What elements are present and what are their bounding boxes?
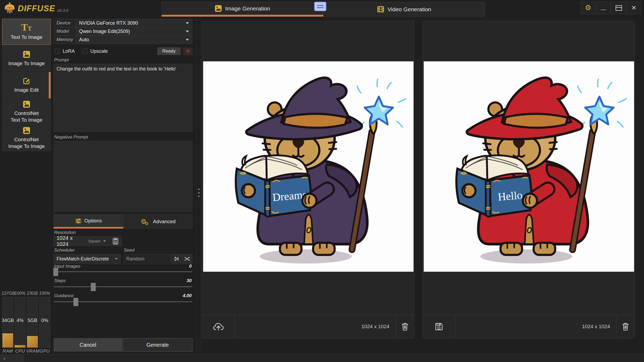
randomize-seed-button[interactable]	[182, 254, 192, 264]
close-button[interactable]: ✕	[627, 2, 641, 14]
model-label: Model	[54, 27, 76, 36]
monitor-max: 100%	[39, 291, 51, 296]
monitor-max: 127GB	[2, 291, 14, 296]
slider-thumb[interactable]	[73, 298, 78, 306]
monitor-max: 23GB	[26, 291, 38, 296]
skip-end-icon	[174, 256, 179, 261]
maximize-button[interactable]	[611, 2, 626, 14]
edit-icon	[23, 77, 30, 85]
output-image-panel: Hello 1024 x 1024	[423, 21, 635, 338]
magic-star	[578, 79, 626, 129]
upscale-checkbox[interactable]	[82, 48, 88, 54]
sidebar-item-image-to-image[interactable]: Image To Image	[2, 46, 51, 71]
image-icon	[23, 100, 30, 108]
gear-icon: ⚙	[585, 4, 591, 12]
reuse-seed-button[interactable]	[172, 254, 181, 264]
device-select[interactable]: NVIDIA GeForce RTX 3090	[76, 19, 192, 27]
tab-label: Options	[84, 218, 102, 224]
gpu-value: 0%	[20, 318, 69, 323]
trash-icon	[622, 323, 629, 331]
output-image[interactable]: Hello	[424, 61, 634, 272]
slider-thumb[interactable]	[53, 268, 58, 276]
app-window: DIFFUSE v0.3.0 Image Generation	[0, 0, 644, 362]
sidebar-item-image-edit[interactable]: Image Edit	[2, 72, 51, 99]
image-icon	[215, 5, 222, 12]
input-image[interactable]: Dreams	[203, 61, 414, 272]
image-icon	[23, 51, 30, 58]
model-select[interactable]: Qwen Image Edit(2509)	[76, 27, 192, 36]
chevron-down-icon	[115, 258, 118, 260]
book-title: Hello	[497, 189, 523, 203]
upload-image-button[interactable]	[202, 315, 235, 338]
sidebar-item-label: Image Edit	[14, 87, 39, 94]
seed-label: Seed	[124, 248, 135, 253]
sidebar-item-label: Text To Image	[11, 34, 42, 41]
sidebar-item-controlnet-text-to-image[interactable]: ControlNetText To Image	[2, 99, 51, 125]
sidebar-item-controlnet-image-to-image[interactable]: ControlNetImage To Image	[2, 125, 51, 151]
resolution-select[interactable]: 1024 x 1024 Square	[54, 236, 109, 246]
gpu-label: GPU	[39, 349, 51, 354]
status-badge: Ready	[157, 47, 181, 55]
sidebar-item-label: Image To Image	[8, 60, 45, 67]
shuffle-icon	[184, 256, 190, 261]
gears-icon: ⚙⚙	[141, 218, 150, 225]
output-image-size: 1024 x 1024	[582, 315, 616, 338]
input-image-panel: Dreams 1024 x 1024	[202, 21, 414, 338]
sidebar-item-label: ControlNetText To Image	[11, 110, 42, 123]
minimize-button[interactable]: —	[596, 2, 611, 14]
clear-input-image-button[interactable]	[396, 315, 414, 338]
titlebar: DIFFUSE v0.3.0 Image Generation	[0, 0, 644, 17]
save-icon	[435, 322, 443, 331]
sidebar-item-label: ControlNetImage To Image	[8, 136, 45, 150]
clear-output-image-button[interactable]	[616, 315, 634, 338]
negative-prompt-input[interactable]	[54, 141, 192, 212]
negative-prompt-label: Negative Prompt	[54, 135, 88, 140]
tab-advanced[interactable]: ⚙⚙ Advanced	[124, 214, 192, 229]
tab-drag-handle[interactable]	[314, 2, 326, 11]
seed-input[interactable]: Random	[123, 254, 171, 264]
tab-label: Video Generation	[388, 6, 431, 13]
upload-cloud-icon	[213, 322, 224, 331]
unload-model-button[interactable]: ✕	[183, 48, 192, 55]
panel-splitter[interactable]	[196, 18, 201, 354]
prompt-input[interactable]: Change the outfit to red and the text on…	[54, 64, 192, 132]
slider-thumb[interactable]	[91, 283, 95, 291]
app-title: DIFFUSE	[18, 4, 55, 13]
cpu-label: CPU	[14, 349, 26, 354]
active-mode-indicator	[49, 72, 51, 98]
scheduler-select[interactable]: FlowMatch-EulerDiscrete	[54, 254, 121, 264]
cancel-button[interactable]: Cancel	[54, 338, 122, 352]
input-panel-footer: 1024 x 1024	[202, 315, 414, 338]
calculator-icon	[113, 238, 118, 244]
tab-video-generation[interactable]: Video Generation	[323, 2, 485, 17]
memory-select[interactable]: Auto	[76, 35, 192, 44]
image-icon	[23, 127, 30, 134]
output-panel-footer: 1024 x 1024	[423, 315, 634, 338]
sidebar-item-text-to-image[interactable]: TT Text To Image	[2, 19, 51, 45]
app-version: v0.3.0	[57, 8, 68, 13]
lora-checkbox[interactable]	[55, 48, 60, 54]
guidance-slider[interactable]	[54, 301, 192, 302]
save-image-button[interactable]	[423, 315, 455, 338]
drawer-collapse-button[interactable]: ‹	[1, 355, 24, 362]
resolution-calculator-button[interactable]	[109, 236, 122, 246]
settings-button[interactable]: ⚙	[581, 2, 595, 14]
capybara-wizard-illustration: Hello	[424, 61, 634, 272]
bottom-drawer: ‹	[0, 354, 644, 362]
tab-label: Advanced	[153, 219, 176, 225]
tab-label: Image Generation	[225, 5, 270, 12]
steps-slider[interactable]	[54, 286, 192, 287]
vram-label: VRAM	[26, 349, 38, 354]
steps-value: 30	[54, 278, 192, 283]
input-images-slider[interactable]	[54, 271, 192, 272]
tab-image-generation[interactable]: Image Generation	[162, 2, 323, 15]
generate-button[interactable]: Generate	[123, 338, 192, 352]
red-x-icon: ✕	[185, 48, 190, 54]
sliders-icon	[75, 218, 82, 224]
text-icon: TT	[21, 23, 32, 32]
capybara-wizard-illustration: Dreams	[203, 61, 414, 272]
ram-label: RAM	[2, 349, 14, 354]
prompt-label: Prompt	[54, 57, 69, 63]
tab-options[interactable]: Options	[54, 214, 123, 227]
film-icon	[377, 6, 384, 13]
